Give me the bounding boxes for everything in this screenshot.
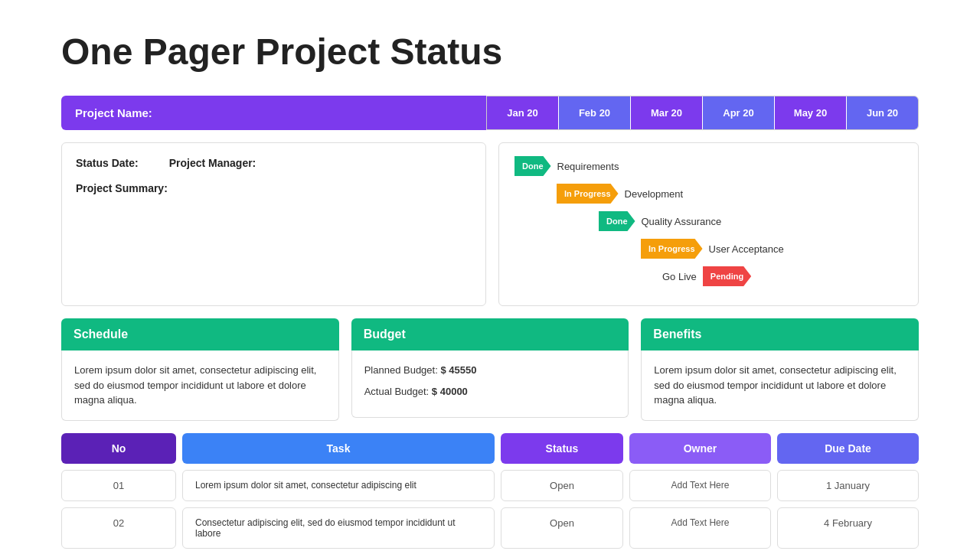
- task-table: No Task Status Owner Due Date 01 Lorem i…: [61, 433, 919, 552]
- project-name-label: Project Name:: [75, 106, 152, 119]
- info-panel: Status Date: Project Manager: Project Su…: [61, 142, 486, 306]
- timeline-jan: Jan 20: [487, 96, 559, 129]
- actual-budget: Actual Budget: $ 40000: [364, 384, 616, 399]
- benefits-body: Lorem ipsum dolor sit amet, consectetur …: [641, 350, 919, 421]
- benefits-column: Benefits Lorem ipsum dolor sit amet, con…: [641, 318, 919, 421]
- gantt-status-done-1: Done: [514, 156, 551, 176]
- gantt-row-4: In Progress User Acceptance: [641, 238, 903, 259]
- gantt-label-4: User Acceptance: [709, 243, 784, 255]
- td-task-1: Lorem ipsum dolor sit amet, consectetur …: [182, 470, 495, 501]
- actual-budget-label: Actual Budget:: [364, 386, 430, 397]
- th-owner: Owner: [629, 433, 771, 464]
- td-status-1: Open: [501, 470, 623, 501]
- td-owner-1: Add Text Here: [629, 470, 771, 501]
- status-date-label: Status Date:: [76, 157, 139, 169]
- gantt-status-inprogress-1: In Progress: [557, 184, 619, 204]
- td-task-2: Consectetur adipiscing elit, sed do eius…: [182, 507, 495, 549]
- project-manager-label: Project Manager:: [169, 157, 256, 169]
- gantt-status-inprogress-2: In Progress: [641, 239, 703, 259]
- planned-budget-label: Planned Budget:: [364, 364, 438, 376]
- task-row-2: 02 Consectetur adipiscing elit, sed do e…: [61, 507, 919, 549]
- timeline-jun: Jun 20: [847, 96, 918, 129]
- gantt-status-done-2: Done: [599, 211, 635, 231]
- planned-budget-value: $ 45550: [440, 364, 476, 376]
- th-task: Task: [182, 433, 495, 464]
- gantt-row-1: Done Requirements: [514, 155, 903, 177]
- td-owner-2: Add Text Here: [629, 507, 771, 549]
- td-duedate-2: 4 February: [777, 507, 919, 549]
- gantt-label-3: Quality Assurance: [642, 216, 722, 227]
- schedule-header: Schedule: [61, 318, 339, 350]
- gantt-row-5: Go Live Pending: [656, 266, 903, 287]
- benefits-header: Benefits: [641, 318, 919, 350]
- task-table-header: No Task Status Owner Due Date: [61, 433, 919, 464]
- gantt-label-1: Requirements: [557, 161, 619, 172]
- gantt-row-3: Done Quality Assurance: [599, 210, 903, 232]
- th-status: Status: [501, 433, 623, 464]
- project-name-bar: Project Name:: [61, 96, 486, 130]
- gantt-panel: Done Requirements In Progress Developmen…: [498, 142, 919, 306]
- task-row-1: 01 Lorem ipsum dolor sit amet, consectet…: [61, 470, 919, 501]
- gantt-row-2: In Progress Development: [557, 183, 903, 204]
- budget-column: Budget Planned Budget: $ 45550 Actual Bu…: [351, 318, 629, 421]
- schedule-column: Schedule Lorem ipsum dolor sit amet, con…: [61, 318, 339, 421]
- budget-body: Planned Budget: $ 45550 Actual Budget: $…: [351, 350, 629, 418]
- gantt-label-2: Development: [625, 188, 684, 200]
- page-title: One Pager Project Status: [61, 31, 919, 73]
- gantt-status-pending: Pending: [703, 266, 751, 286]
- td-status-2: Open: [501, 507, 623, 549]
- gantt-label-5: Go Live: [662, 271, 697, 282]
- td-duedate-1: 1 January: [777, 470, 919, 501]
- timeline-feb: Feb 20: [559, 96, 631, 129]
- th-duedate: Due Date: [777, 433, 919, 464]
- project-summary-label: Project Summary:: [76, 182, 168, 194]
- budget-header: Budget: [351, 318, 629, 350]
- th-no: No: [61, 433, 176, 464]
- timeline-apr: Apr 20: [703, 96, 775, 129]
- timeline-may: May 20: [775, 96, 847, 129]
- td-no-1: 01: [61, 470, 176, 501]
- timeline-header: Jan 20 Feb 20 Mar 20 Apr 20 May 20 Jun 2…: [486, 96, 919, 130]
- schedule-body: Lorem ipsum dolor sit amet, consectetur …: [61, 350, 339, 421]
- planned-budget: Planned Budget: $ 45550: [364, 363, 616, 378]
- timeline-mar: Mar 20: [631, 96, 703, 129]
- td-no-2: 02: [61, 507, 176, 549]
- actual-budget-value: $ 40000: [432, 386, 468, 397]
